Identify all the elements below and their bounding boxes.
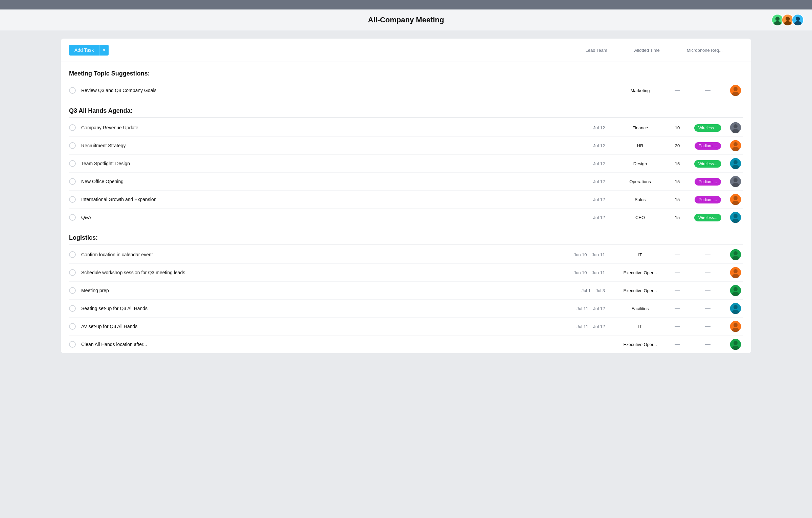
task-mic: Podium ... [687, 196, 728, 202]
add-task-button[interactable]: Add Task [69, 45, 99, 56]
mic-badge: Wireless... [694, 160, 721, 168]
task-time: — [667, 252, 687, 258]
col-lead-team: Lead Team [586, 48, 607, 53]
task-assignee [728, 176, 743, 187]
column-headers: Lead Team Allotted Time Microphone Req..… [586, 48, 743, 53]
task-time: — [667, 323, 687, 329]
task-assignee [728, 158, 743, 169]
task-checkbox[interactable] [69, 287, 76, 294]
task-name: Team Spotlight: Design [81, 161, 569, 166]
task-team: Design [613, 161, 667, 166]
task-time: — [667, 341, 687, 347]
task-assignee [728, 285, 743, 296]
avatar [730, 85, 741, 96]
section-divider [69, 117, 743, 117]
task-date: Jun 10 – Jun 11 [569, 270, 613, 275]
task-name: Confirm location in calendar event [81, 252, 569, 257]
svg-point-40 [734, 305, 738, 309]
svg-point-37 [734, 287, 738, 291]
main-content: Add Task ▾ Lead Team Allotted Time Micro… [0, 30, 812, 361]
task-date: Jun 10 – Jun 11 [569, 252, 613, 257]
task-row: Q&AJul 12CEO15Wireless... [69, 209, 743, 226]
task-checkbox[interactable] [69, 160, 76, 167]
task-checkbox[interactable] [69, 341, 76, 348]
task-mic: — [687, 252, 728, 258]
task-mic: — [687, 341, 728, 347]
task-row: AV set-up for Q3 All HandsJul 11 – Jul 1… [69, 318, 743, 336]
svg-point-5 [784, 21, 791, 26]
mic-badge: Podium ... [695, 196, 721, 203]
task-checkbox[interactable] [69, 269, 76, 276]
mic-badge: Podium ... [695, 142, 721, 150]
avatar [730, 194, 741, 205]
section-title: Logistics: [69, 226, 743, 244]
task-assignee [728, 321, 743, 332]
task-time: — [667, 87, 687, 93]
task-assignee [728, 194, 743, 205]
task-time: — [667, 305, 687, 311]
task-date: Jul 11 – Jul 12 [569, 324, 613, 329]
task-team: Finance [613, 125, 667, 130]
task-assignee [728, 249, 743, 260]
task-team: Facilities [613, 306, 667, 311]
task-checkbox[interactable] [69, 196, 76, 203]
task-date: Jul 12 [569, 197, 613, 202]
header: All-Company Meeting [0, 9, 812, 30]
svg-point-43 [734, 323, 738, 327]
task-team: IT [613, 252, 667, 257]
task-time: — [667, 269, 687, 276]
task-time: — [667, 287, 687, 294]
svg-point-31 [734, 251, 738, 255]
section-title: Meeting Topic Suggestions: [69, 62, 743, 80]
task-time: 15 [667, 197, 687, 202]
task-mic: — [687, 269, 728, 276]
mic-badge: Wireless... [694, 214, 721, 221]
task-row: New Office OpeningJul 12Operations15Podi… [69, 173, 743, 191]
task-mic: — [687, 87, 728, 93]
section-title: Q3 All Hands Agenda: [69, 99, 743, 117]
task-row: Review Q3 and Q4 Company GoalsMarketing—… [69, 82, 743, 99]
add-task-dropdown-button[interactable]: ▾ [99, 45, 109, 56]
task-team: Executive Oper... [613, 342, 667, 347]
svg-point-34 [734, 269, 738, 273]
task-team: Marketing [613, 88, 667, 93]
svg-point-8 [794, 21, 801, 26]
svg-point-1 [775, 17, 780, 21]
avatar [730, 176, 741, 187]
task-mic: — [687, 305, 728, 311]
task-name: Recruitment Strategy [81, 143, 569, 148]
task-table: Meeting Topic Suggestions:Review Q3 and … [61, 62, 751, 353]
task-row: Seating set-up for Q3 All HandsJul 11 – … [69, 300, 743, 318]
page-title: All-Company Meeting [368, 16, 444, 24]
mic-badge: Podium ... [695, 178, 721, 186]
task-team: Executive Oper... [613, 270, 667, 275]
task-checkbox[interactable] [69, 214, 76, 221]
task-mic: Wireless... [687, 160, 728, 167]
task-checkbox[interactable] [69, 87, 76, 94]
task-checkbox[interactable] [69, 323, 76, 330]
task-checkbox[interactable] [69, 178, 76, 185]
add-task-btn-group: Add Task ▾ [69, 45, 109, 56]
task-mic: Podium ... [687, 178, 728, 185]
task-date: Jul 12 [569, 125, 613, 130]
task-checkbox[interactable] [69, 251, 76, 258]
task-container: Add Task ▾ Lead Team Allotted Time Micro… [61, 39, 751, 353]
task-mic: Podium ... [687, 143, 728, 149]
col-microphone-req: Microphone Req... [687, 48, 723, 53]
task-row: Confirm location in calendar eventJun 10… [69, 246, 743, 264]
task-checkbox[interactable] [69, 142, 76, 149]
task-row: Schedule workshop session for Q3 meeting… [69, 264, 743, 282]
task-checkbox[interactable] [69, 124, 76, 131]
svg-point-25 [734, 196, 738, 200]
task-time: 15 [667, 179, 687, 184]
task-assignee [728, 267, 743, 278]
top-bar [0, 0, 812, 9]
task-time: 15 [667, 215, 687, 220]
task-name: AV set-up for Q3 All Hands [81, 324, 569, 329]
task-checkbox[interactable] [69, 305, 76, 312]
svg-point-10 [734, 87, 738, 91]
section-section-meeting-topic: Meeting Topic Suggestions:Review Q3 and … [69, 62, 743, 99]
task-row: Recruitment StrategyJul 12HR20Podium ... [69, 137, 743, 155]
svg-point-46 [734, 341, 738, 345]
task-row: Clean All Hands location after...Executi… [69, 336, 743, 353]
